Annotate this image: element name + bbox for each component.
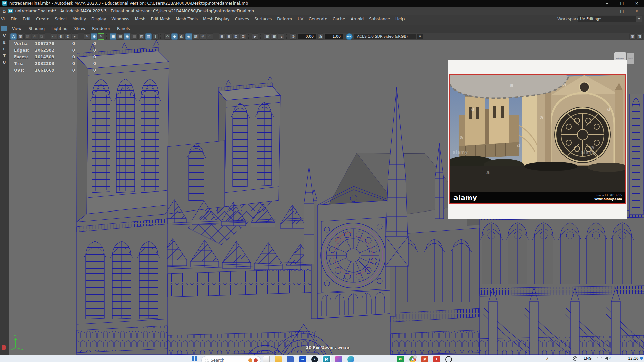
taskbar-app-icon[interactable] — [347, 356, 354, 362]
status-icon[interactable]: ↘ — [278, 33, 284, 40]
panel-menu-item[interactable]: Shading — [25, 25, 48, 33]
status-icon[interactable]: ▸ — [72, 33, 78, 40]
taskbar-app-icon[interactable]: P — [421, 356, 428, 362]
status-icon[interactable]: ◎ — [32, 33, 38, 40]
toolkit-icon[interactable]: ▣ — [629, 33, 636, 40]
status-icon[interactable] — [260, 34, 262, 39]
status-icon[interactable]: ◈ — [185, 33, 192, 40]
panel-menu-item[interactable]: Renderer — [89, 25, 114, 33]
menu-item[interactable]: Curves — [232, 17, 252, 21]
status-icon[interactable] — [160, 34, 163, 39]
search-box[interactable]: Search — [201, 356, 261, 362]
status-icon[interactable]: ▣ — [264, 33, 270, 40]
status-icon[interactable]: ▥ — [145, 33, 152, 40]
status-icon[interactable]: ✎ — [98, 33, 104, 40]
status-icon[interactable]: ⊛ — [65, 33, 71, 40]
network-icon[interactable] — [573, 356, 577, 361]
status-icon[interactable]: ▦ — [110, 33, 116, 40]
menu-item[interactable]: Generate — [306, 17, 330, 21]
close-button[interactable]: × — [629, 0, 644, 7]
status-icon[interactable]: ⊞ — [219, 33, 225, 40]
status-icon[interactable]: ▤ — [117, 33, 123, 40]
minimize-button[interactable]: – — [600, 0, 614, 7]
taskbar-app-icon[interactable]: m — [299, 356, 306, 362]
status-icon[interactable] — [248, 34, 250, 39]
color-management-toggle[interactable]: ON — [346, 33, 353, 40]
colorspace-dropdown[interactable]: ACES 1.0 SDR-video (sRGB) — [354, 34, 416, 39]
status-icon[interactable]: ☼ — [200, 33, 206, 40]
clock[interactable]: 12:16 — [628, 356, 639, 361]
panel-menu-item[interactable]: Show — [71, 25, 89, 33]
status-icon[interactable]: ◪ — [39, 33, 45, 40]
menu-item[interactable]: Help — [393, 17, 407, 21]
status-icon[interactable]: ⊟ — [226, 33, 232, 40]
clipped-left-panel-menu[interactable]: Vi — [0, 17, 8, 21]
taskbar-app-icon[interactable]: ✦ — [311, 356, 318, 362]
clipped-red-tool-icon[interactable] — [2, 345, 6, 350]
status-icon[interactable]: ⊡ — [240, 33, 246, 40]
status-icon[interactable]: ▭ — [51, 33, 57, 40]
taskbar-app-icon[interactable]: M — [323, 356, 330, 362]
taskbar-app-icon[interactable]: I — [433, 356, 440, 362]
status-icon[interactable]: ▩ — [193, 33, 199, 40]
status-icon[interactable]: ◉ — [124, 33, 130, 40]
menu-item[interactable]: Mesh — [132, 17, 148, 21]
status-icon[interactable]: ⊝ — [58, 33, 64, 40]
status-icon[interactable]: ▣ — [17, 33, 24, 40]
menu-item[interactable]: Select — [52, 17, 70, 21]
maximize-button[interactable]: □ — [614, 0, 629, 7]
taskbar-app-icon[interactable] — [445, 356, 452, 362]
menu-item[interactable]: Edit Mesh — [148, 17, 173, 21]
menu-item[interactable]: Surfaces — [252, 17, 274, 21]
status-icon[interactable] — [47, 34, 49, 39]
close-button[interactable]: × — [629, 7, 644, 15]
notification-dot[interactable] — [640, 357, 643, 360]
menu-item[interactable]: File — [8, 17, 20, 21]
status-icon[interactable]: ◇ — [164, 33, 171, 40]
start-button[interactable] — [192, 356, 197, 361]
taskbar-app-icon[interactable] — [263, 356, 270, 362]
touch-keyboard-icon[interactable] — [597, 357, 602, 360]
colorspace-dropdown-arrow-icon[interactable]: ▼ — [417, 34, 423, 39]
menu-item[interactable]: Modify — [70, 17, 89, 21]
status-icon[interactable]: ▨ — [138, 33, 145, 40]
menu-item[interactable]: Edit — [20, 17, 33, 21]
workspace-dropdown-arrow-icon[interactable]: ▼ — [636, 16, 642, 22]
status-icon[interactable]: ◐ — [178, 33, 185, 40]
status-icon[interactable]: ▩ — [24, 33, 31, 40]
restore-button[interactable]: □ — [614, 7, 629, 15]
exposure-field[interactable]: 0.00 — [298, 34, 316, 39]
status-icon[interactable]: T — [152, 33, 159, 40]
status-icon[interactable]: ▣ — [271, 33, 277, 40]
status-icon[interactable]: ■ — [131, 33, 138, 40]
menu-item[interactable]: Mesh Tools — [173, 17, 200, 21]
status-icon[interactable] — [80, 34, 82, 39]
taskbar-app-icon[interactable]: Pt — [397, 356, 404, 362]
status-icon[interactable] — [215, 34, 217, 39]
tray-chevron-icon[interactable]: ∧ — [546, 356, 549, 361]
menu-item[interactable]: Create — [33, 17, 52, 21]
speaker-muted-icon[interactable] — [605, 357, 608, 360]
search-highlight-icon[interactable] — [248, 358, 252, 362]
gamma-icon[interactable]: ◑ — [317, 33, 324, 40]
menu-item[interactable]: Mesh Display — [200, 17, 232, 21]
menu-item[interactable]: Deform — [274, 17, 295, 21]
status-icon[interactable] — [106, 34, 108, 39]
taskbar-app-icon[interactable] — [409, 356, 416, 362]
panel-menu-item[interactable]: View — [9, 25, 25, 33]
status-icon[interactable]: ▶ — [252, 33, 258, 40]
taskbar-app-icon[interactable] — [275, 356, 282, 362]
taskbar-app-icon[interactable] — [335, 356, 342, 362]
status-icon[interactable]: ◌ — [207, 33, 213, 40]
toolkit-icon[interactable]: ◨ — [636, 33, 643, 40]
search-highlight-icon[interactable] — [254, 358, 258, 362]
status-icon[interactable] — [286, 34, 288, 39]
panel-menu-item[interactable]: Lighting — [48, 25, 71, 33]
menu-item[interactable]: Substance — [366, 17, 393, 21]
language-indicator[interactable]: ENG — [584, 356, 592, 361]
menu-item[interactable]: Windows — [109, 17, 132, 21]
workspace-dropdown[interactable]: UV Editing* — [578, 16, 638, 22]
clipped-tool-icon[interactable] — [1, 26, 7, 31]
menu-item[interactable]: Cache — [330, 17, 348, 21]
taskbar-app-icon[interactable] — [287, 356, 294, 362]
